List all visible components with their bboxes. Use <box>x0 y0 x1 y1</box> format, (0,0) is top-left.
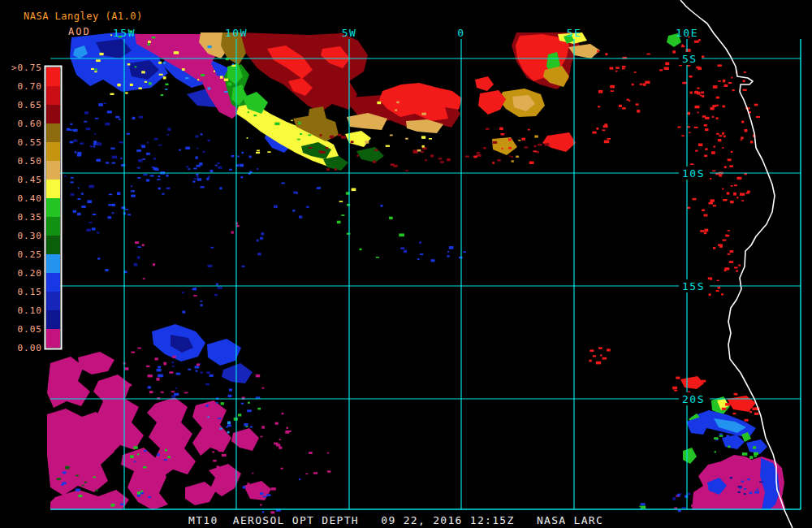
legend-value-label: 0.20 <box>18 268 43 279</box>
legend-value-label: 0.65 <box>18 100 43 110</box>
page-title: NASA Langley (A1.0) <box>24 11 143 22</box>
legend-value-label: 0.55 <box>18 137 43 148</box>
longitude-label: 15W <box>113 27 136 39</box>
latitude-label: 15S <box>682 280 705 292</box>
legend-value-label: 0.30 <box>18 231 43 241</box>
longitude-label: 5W <box>342 27 357 39</box>
longitude-label: 10W <box>225 27 248 39</box>
legend-value-label: 0.35 <box>18 212 43 223</box>
longitude-label: 5E <box>567 27 582 39</box>
longitude-label: 10E <box>676 27 698 39</box>
legend-value-label: 0.25 <box>18 249 43 260</box>
legend-value-label: 0.15 <box>18 287 43 297</box>
legend-value-label: >0.75 <box>11 63 42 73</box>
aod-label: AOD <box>68 26 91 37</box>
footer-caption: MT10 AEROSOL OPT DEPTH 09 22, 2016 12:15… <box>188 514 603 526</box>
legend-value-label: 0.10 <box>18 305 43 316</box>
legend-value-label: 0.60 <box>18 119 43 129</box>
legend-value-label: 0.50 <box>18 156 43 167</box>
aod-map-canvas: >0.750.700.650.600.550.500.450.400.350.3… <box>0 0 812 528</box>
legend-value-label: 0.45 <box>18 175 43 185</box>
latitude-label: 5S <box>682 53 698 65</box>
legend-value-label: 0.40 <box>18 193 43 204</box>
legend-value-label: 0.00 <box>18 343 43 353</box>
latitude-label: 10S <box>682 167 705 180</box>
legend-value-label: 0.05 <box>18 324 43 335</box>
legend-value-label: 0.70 <box>18 81 43 92</box>
aod-map-viewer: >0.750.700.650.600.550.500.450.400.350.3… <box>0 0 812 528</box>
latitude-label: 20S <box>682 393 705 405</box>
longitude-label: 0 <box>457 27 464 39</box>
